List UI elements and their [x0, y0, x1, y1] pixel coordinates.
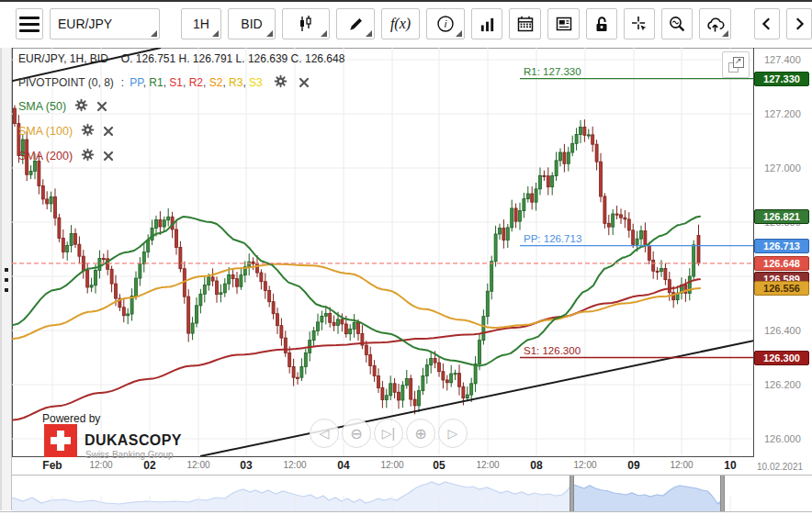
pencil-icon	[347, 16, 365, 33]
popup-chart-button[interactable]: ↗	[722, 51, 750, 78]
price-axis[interactable]: 127.400127.200127.000126.800126.600126.4…	[753, 48, 812, 456]
scroll-left-button[interactable]	[754, 8, 780, 39]
chart-title: EUR/JPY, 1H, BID	[18, 52, 108, 65]
price-badge: 127.330	[754, 72, 809, 86]
sma-close-icon[interactable]	[103, 126, 114, 137]
time-tick: 12:00	[476, 460, 499, 470]
pivot-item-r3: R3	[229, 76, 242, 89]
indicators-button[interactable]: f(x)	[381, 8, 420, 39]
sma-close-icon[interactable]	[96, 101, 107, 112]
calendar-button[interactable]	[509, 8, 541, 39]
sma-label: SMA (200)	[18, 150, 73, 162]
price-tick: 127.200	[764, 108, 801, 119]
hamburger-icon	[19, 17, 39, 32]
pivot-item-r2: R2	[189, 76, 203, 89]
magnifier-wave-icon	[668, 15, 686, 33]
price-tick: 127.000	[764, 162, 801, 173]
svg-text:i: i	[445, 18, 447, 29]
price-tick: 126.000	[764, 433, 801, 444]
splitter-grip-icon	[5, 288, 8, 292]
zoom-in-button[interactable]: ⊕	[406, 419, 435, 448]
pivot-indicator-name: PIVOTPOINT (0, 8)	[18, 76, 114, 89]
side-panel-splitter[interactable]	[0, 48, 12, 510]
svg-text:R1: 127.330: R1: 127.330	[524, 66, 581, 77]
period-select[interactable]: 1H	[181, 8, 221, 39]
calendar-icon	[516, 15, 535, 33]
bar-chart-icon	[479, 16, 496, 33]
window-top-border	[0, 0, 812, 2]
price-tick: 126.400	[764, 325, 801, 336]
time-tick: 12:00	[283, 460, 306, 470]
splitter-grip-icon	[5, 278, 8, 282]
chart-ohlc: O. 126.751 H. 126.791 L. 126.639 C. 126.…	[121, 52, 345, 65]
time-tick: 09	[627, 459, 639, 472]
scroll-right-button[interactable]	[786, 8, 812, 39]
price-side-select[interactable]: BID	[228, 8, 276, 39]
price-badge: 126.648	[754, 256, 809, 271]
chart-type-button[interactable]	[282, 8, 330, 39]
time-tick: 12:00	[670, 460, 693, 470]
pivot-item-s2: S2	[209, 76, 223, 89]
zoom-data-button[interactable]	[661, 8, 693, 39]
cloud-save-button[interactable]	[699, 8, 731, 39]
play-button[interactable]: ▷	[438, 419, 468, 448]
nav-handle-left[interactable]	[570, 476, 574, 511]
chart-canvas[interactable]: R1: 127.330PP: 126.713S1: 126.300 ◁⊖▷|⊕▷…	[12, 48, 753, 456]
time-tick: 04	[337, 459, 349, 472]
time-tick: 10	[724, 459, 736, 472]
pivot-settings-icon[interactable]	[274, 74, 288, 88]
time-tick: 12:00	[89, 460, 112, 470]
price-badge: 126.300	[754, 351, 809, 365]
time-tick: 03	[240, 459, 252, 472]
sma-close-icon[interactable]	[103, 151, 114, 162]
cloud-upload-icon	[705, 15, 725, 34]
pivot-item-pp: PP	[130, 76, 142, 89]
lock-button[interactable]	[586, 8, 617, 39]
time-tick: 05	[433, 459, 445, 472]
draw-tools-button[interactable]	[336, 8, 375, 39]
svg-text:S1: 126.300: S1: 126.300	[524, 345, 581, 356]
toolbar: EUR/JPY 1H BID f(x) i	[16, 7, 812, 40]
time-tick: 12:00	[380, 460, 403, 470]
step-back-button[interactable]: ◁	[310, 419, 339, 448]
time-tick: 08	[530, 459, 542, 472]
brand-name: DUKASCOPY	[85, 432, 182, 449]
chevron-left-icon	[759, 16, 775, 32]
sma-label: SMA (50)	[18, 100, 66, 113]
dukascopy-logo	[44, 424, 77, 457]
chart-navigator[interactable]	[0, 475, 812, 512]
time-tick: 12:00	[186, 460, 209, 470]
price-tick: 126.200	[764, 379, 801, 390]
sma-legend-row: SMA (200)	[18, 148, 114, 162]
instrument-select[interactable]: EUR/JPY	[50, 8, 160, 39]
period-label: 1H	[193, 17, 209, 31]
sma-settings-icon[interactable]	[81, 148, 95, 162]
unlocked-padlock-icon	[592, 15, 611, 33]
zoom-out-button[interactable]: ⊖	[342, 419, 371, 448]
svg-text:PP: 126.713: PP: 126.713	[524, 233, 581, 244]
instrument-label: EUR/JPY	[58, 17, 112, 31]
candlestick-chart-icon	[297, 15, 315, 33]
time-tick: Feb	[42, 459, 62, 472]
price-side-label: BID	[241, 17, 262, 31]
price-badge: 126.821	[754, 209, 809, 224]
news-button[interactable]	[547, 8, 580, 39]
nav-handle-right[interactable]	[720, 476, 725, 511]
volume-button[interactable]	[471, 8, 502, 39]
step-forward-button[interactable]: ▷|	[374, 419, 403, 448]
main-menu-button[interactable]	[16, 8, 43, 39]
axis-date-label: 10.02.2021	[757, 462, 803, 472]
powered-by-label: Powered by	[42, 412, 100, 425]
pivot-item-s3: S3	[249, 76, 263, 89]
info-button[interactable]: i	[426, 8, 465, 39]
price-badge: 126.556	[754, 281, 809, 296]
sma-settings-icon[interactable]	[74, 98, 88, 112]
pivot-legend-row: PIVOTPOINT (0, 8):PP, R1, S1, R2, S2, R3…	[18, 74, 310, 89]
price-tick: 127.400	[764, 54, 801, 65]
crosshair-button[interactable]	[624, 8, 655, 39]
fx-label: f(x)	[390, 16, 411, 32]
sma-legend-row: SMA (100)	[18, 123, 114, 138]
sma-settings-icon[interactable]	[81, 123, 95, 137]
news-icon	[555, 15, 573, 33]
pivot-close-icon[interactable]	[299, 77, 310, 88]
